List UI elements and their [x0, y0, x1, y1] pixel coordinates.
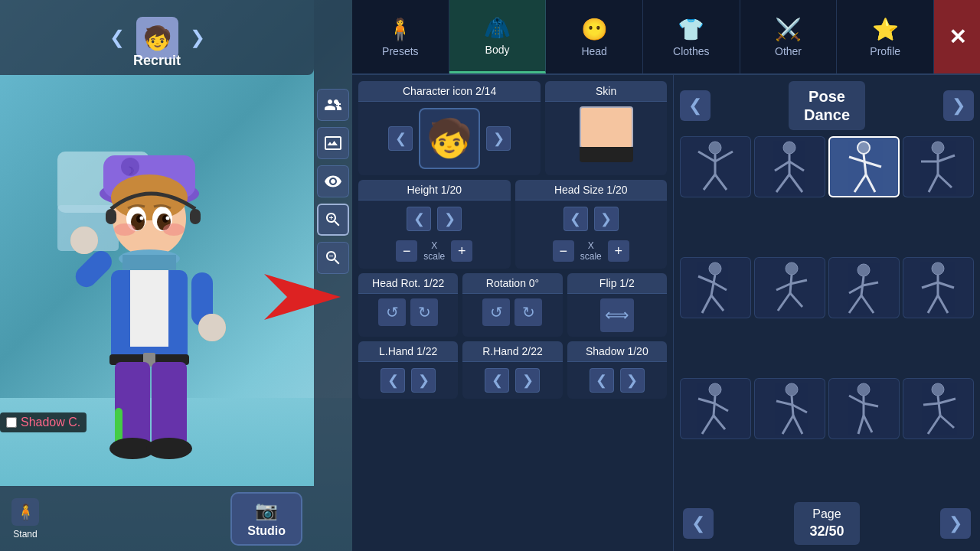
height-minus[interactable]: − — [396, 240, 417, 262]
headsize-header: Head Size 1/20 — [515, 180, 668, 201]
headsize-prev[interactable]: ❮ — [564, 207, 588, 231]
tab-other[interactable]: ⚔️ Other — [740, 0, 838, 73]
height-next[interactable]: ❯ — [437, 207, 462, 231]
character-icon-section: Character icon 2/14 ❮ 🧒 ❯ — [358, 81, 541, 175]
page-prev[interactable]: ❮ — [683, 508, 714, 539]
svg-line-73 — [790, 293, 802, 307]
flip-controls: ⟺ — [567, 294, 667, 337]
bottom-bar: 🧍 Stand 📷 Studio — [0, 486, 314, 551]
page-next[interactable]: ❯ — [940, 508, 971, 539]
pose-prev[interactable]: ❮ — [680, 90, 710, 121]
svg-line-85 — [938, 295, 948, 313]
tab-profile[interactable]: ⭐ Profile — [837, 0, 934, 73]
recruit-prev-arrow[interactable]: ❮ — [109, 27, 125, 48]
svg-line-72 — [778, 293, 790, 311]
pose-cell-7[interactable] — [828, 257, 900, 318]
add-character-button[interactable] — [317, 89, 349, 121]
tab-presets[interactable]: 🧍 Presets — [352, 0, 449, 73]
char-icon-controls: ❮ 🧒 ❯ — [358, 102, 541, 175]
svg-line-102 — [858, 416, 864, 434]
svg-line-60 — [929, 174, 938, 192]
svg-line-65 — [713, 282, 727, 290]
page-controls: ❮ Page 32/50 ❯ — [680, 502, 974, 545]
gallery-button[interactable] — [317, 127, 349, 159]
pose-grid — [680, 136, 974, 496]
pose-cell-6[interactable] — [754, 257, 825, 318]
tab-bar: 🧍 Presets 🧥 Body 😶 Head 👕 Clothes ⚔️ Oth… — [352, 0, 980, 75]
skin-section: Skin — [545, 81, 667, 175]
recruit-next-arrow[interactable]: ❯ — [190, 27, 205, 48]
close-button[interactable]: ✕ — [934, 0, 980, 73]
height-prev[interactable]: ❮ — [407, 207, 431, 231]
pose-cell-5[interactable] — [680, 257, 751, 318]
pose-cell-8[interactable] — [903, 257, 974, 318]
lhand-next[interactable]: ❯ — [411, 368, 436, 393]
rhand-prev[interactable]: ❮ — [485, 368, 509, 393]
pose-cell-4[interactable] — [903, 136, 974, 197]
shadow-controls: ❮ ❯ — [567, 362, 667, 399]
left-panel: ❮ 🧒 ❯ Recruit — [0, 0, 352, 551]
headsize-plus[interactable]: + — [608, 240, 629, 262]
svg-point-80 — [932, 262, 944, 275]
zoom-in-button[interactable] — [317, 204, 349, 236]
svg-line-51 — [864, 154, 866, 174]
pose-cell-12[interactable] — [903, 378, 974, 439]
height-plus[interactable]: + — [451, 240, 472, 262]
svg-line-49 — [789, 174, 802, 192]
pose-cell-10[interactable] — [754, 378, 825, 439]
svg-line-91 — [714, 416, 725, 429]
rotation-ccw[interactable]: ↺ — [482, 298, 510, 326]
headsize-minus[interactable]: − — [553, 240, 574, 262]
head-rot-cw1[interactable]: ↻ — [410, 298, 438, 326]
shadow-next[interactable]: ❯ — [620, 368, 645, 393]
tab-head[interactable]: 😶 Head — [546, 0, 643, 73]
svg-line-52 — [849, 157, 864, 161]
flip-button[interactable]: ⟺ — [600, 298, 634, 332]
svg-line-87 — [714, 396, 715, 416]
svg-line-54 — [854, 174, 866, 192]
pose-cell-1[interactable] — [680, 136, 751, 197]
svg-point-86 — [709, 383, 721, 396]
hands-shadow-row: L.Hand 1/22 ❮ ❯ R.Hand 2/22 ❮ ❯ Shadow 1… — [358, 341, 667, 399]
svg-point-36 — [146, 438, 192, 459]
pose-panel: ❮ PoseDance ❯ — [674, 75, 980, 551]
stand-button[interactable]: 🧍 Stand — [11, 498, 39, 540]
char-icon-next[interactable]: ❯ — [486, 126, 511, 151]
svg-point-68 — [786, 262, 798, 275]
shadow-prev[interactable]: ❮ — [590, 368, 614, 393]
tab-body[interactable]: 🧥 Body — [449, 0, 547, 73]
pose-cell-2[interactable] — [754, 136, 825, 197]
svg-line-90 — [702, 416, 714, 434]
svg-point-56 — [932, 142, 944, 154]
flip-header: Flip 1/2 — [567, 273, 667, 294]
svg-line-97 — [793, 416, 802, 434]
tab-clothes[interactable]: 👕 Clothes — [643, 0, 740, 73]
head-rot-controls: ↺ ↻ — [358, 294, 458, 331]
svg-line-42 — [704, 174, 715, 190]
pose-next[interactable]: ❯ — [943, 90, 974, 121]
svg-point-50 — [858, 142, 870, 154]
shadow-checkbox[interactable] — [6, 417, 17, 428]
pose-cell-11[interactable] — [828, 378, 900, 439]
svg-line-71 — [790, 280, 807, 284]
head-rot-ccw1[interactable]: ↺ — [378, 298, 406, 326]
skin-color-top[interactable] — [580, 106, 633, 148]
zoom-out-button[interactable] — [317, 242, 349, 274]
svg-line-55 — [866, 174, 875, 192]
pose-cell-9[interactable] — [680, 378, 751, 439]
pose-cell-3[interactable] — [828, 136, 900, 197]
lhand-prev[interactable]: ❮ — [381, 368, 405, 393]
visibility-button[interactable] — [317, 165, 349, 197]
right-panel: 🧍 Presets 🧥 Body 😶 Head 👕 Clothes ⚔️ Oth… — [352, 0, 980, 551]
rhand-next[interactable]: ❯ — [515, 368, 540, 393]
rotation-cw[interactable]: ↻ — [514, 298, 542, 326]
svg-line-103 — [864, 416, 872, 432]
svg-line-82 — [922, 282, 938, 288]
svg-line-105 — [938, 396, 940, 416]
svg-line-100 — [849, 396, 864, 403]
headsize-next[interactable]: ❯ — [594, 207, 619, 231]
char-icon-prev[interactable]: ❮ — [388, 126, 413, 151]
svg-line-48 — [776, 174, 789, 192]
studio-button[interactable]: 📷 Studio — [230, 492, 302, 546]
svg-point-14 — [140, 217, 144, 220]
